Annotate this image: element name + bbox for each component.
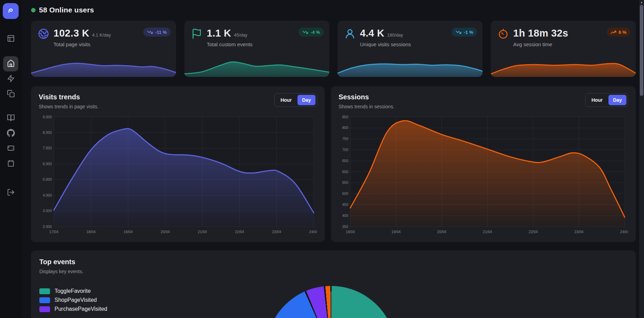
chart-subtitle: Shows trends in sessions. (339, 104, 394, 109)
trend-badge: -11 % (143, 28, 170, 37)
svg-text:650: 650 (342, 159, 348, 163)
day-button[interactable]: Day (608, 95, 626, 105)
sidebar-item-events[interactable] (3, 71, 18, 87)
top-events-title: Top events (39, 258, 627, 266)
stat-label: Total custom events (207, 41, 253, 47)
app-logo[interactable] (3, 3, 19, 19)
svg-text:21/04: 21/04 (483, 230, 492, 234)
copy-icon (7, 90, 15, 99)
svg-text:21/04: 21/04 (198, 230, 207, 234)
svg-text:22/04: 22/04 (529, 230, 538, 234)
sparkline-chart (491, 57, 636, 77)
scroll-up-arrow[interactable]: ▲ (639, 0, 644, 5)
legend-label: ToggleFavorite (55, 288, 91, 294)
svg-text:3.000: 3.000 (43, 209, 52, 213)
svg-text:400: 400 (342, 213, 348, 218)
stat-card: 102.3 K 4.1 K/day Total page visits -11 … (31, 21, 176, 77)
svg-text:8.000: 8.000 (43, 130, 52, 135)
sessions-card: Sessions Shows trends in sessions. Hour … (331, 86, 636, 242)
wallet-icon (7, 144, 15, 153)
sidebar-item-logout[interactable] (3, 185, 18, 200)
stat-label: Total page visits (53, 41, 111, 47)
stat-value: 102.3 K (53, 28, 89, 39)
svg-text:23/04: 23/04 (272, 230, 281, 234)
stat-label: Avg session time (513, 41, 571, 47)
sidebar (0, 0, 21, 318)
stat-label: Unique visits sessions (360, 41, 411, 47)
day-button[interactable]: Day (297, 95, 315, 105)
stat-card: 4.4 K 180/day Unique visits sessions -1 … (338, 21, 482, 77)
scrollbar-thumb[interactable] (640, 5, 643, 96)
legend-label: PurchasePageVisited (55, 306, 107, 312)
visits-trends-card: Visits trends Shows trends in page visit… (31, 86, 325, 242)
sidebar-item-home[interactable] (3, 56, 18, 71)
hour-day-toggle: Hour Day (585, 93, 628, 107)
top-events-subtitle: Displays key events. (39, 269, 627, 274)
online-status-dot (31, 8, 36, 12)
sidebar-item-github[interactable] (3, 126, 18, 141)
svg-text:23/04: 23/04 (574, 230, 583, 234)
stat-per-day: 4.1 K/day (92, 32, 111, 38)
legend-swatch (39, 306, 50, 312)
sidebar-item-pages[interactable] (3, 87, 18, 102)
online-users-header: 58 Online users (31, 5, 636, 15)
svg-text:850: 850 (342, 115, 348, 119)
legend-label: ShopPageVisited (55, 297, 97, 303)
sidebar-item-panels[interactable] (3, 31, 18, 47)
stat-value: 1h 18m 32s (513, 28, 568, 39)
logo-icon (6, 6, 15, 16)
hour-button[interactable]: Hour (276, 95, 296, 105)
sparkline-chart (184, 57, 329, 77)
logout-icon (7, 188, 15, 197)
chart-title: Visits trends (39, 93, 99, 101)
svg-text:18/04: 18/04 (86, 230, 95, 234)
hour-button[interactable]: Hour (587, 95, 607, 105)
trend-badge-value: -11 % (155, 30, 167, 35)
svg-text:4.000: 4.000 (43, 193, 52, 197)
top-events-card: Top events Displays key events. ToggleFa… (31, 250, 636, 318)
visits-area-chart: 17/0418/0419/0420/0421/0422/0423/0424/04… (39, 114, 317, 236)
svg-text:350: 350 (342, 225, 348, 229)
svg-text:20/04: 20/04 (161, 230, 170, 234)
main-content: 58 Online users 102.3 K 4.1 K/day Total … (21, 0, 644, 318)
svg-text:450: 450 (342, 202, 348, 207)
panels-icon (7, 34, 15, 43)
hour-day-toggle: Hour Day (274, 93, 317, 107)
zap-icon (7, 74, 15, 83)
svg-text:19/04: 19/04 (124, 230, 133, 234)
trend-badge-value: -1 % (464, 30, 473, 35)
trend-badge-value: -4 % (311, 30, 320, 35)
svg-text:7.000: 7.000 (43, 146, 52, 150)
chart-title: Sessions (339, 93, 394, 101)
sidebar-item-wallet[interactable] (3, 141, 18, 156)
globe-icon (38, 28, 49, 39)
sidebar-item-calendar[interactable] (3, 156, 18, 171)
book-icon (7, 114, 15, 123)
stat-card: 1.1 K 45/day Total custom events -4 % (184, 21, 329, 77)
stat-value: 1.1 K (207, 28, 231, 39)
github-icon (7, 129, 15, 138)
trend-badge: 6 % (607, 28, 630, 37)
stat-per-day: 45/day (234, 32, 247, 38)
svg-text:750: 750 (342, 137, 348, 141)
svg-text:600: 600 (342, 170, 348, 174)
svg-text:24/04: 24/04 (620, 230, 628, 234)
trend-down-icon (302, 29, 308, 35)
svg-text:22/04: 22/04 (235, 230, 244, 234)
trend-badge: -4 % (299, 28, 324, 37)
legend-swatch (39, 288, 50, 294)
page-title: 58 Online users (39, 6, 94, 14)
charts-row: Visits trends Shows trends in page visit… (31, 86, 636, 242)
stat-card: 1h 18m 32s Avg session time 6 % (491, 21, 636, 77)
stat-value: 4.4 K (360, 28, 384, 39)
sidebar-item-docs[interactable] (3, 111, 18, 126)
flag-icon (191, 28, 202, 39)
svg-text:19/04: 19/04 (391, 230, 400, 234)
svg-text:2.000: 2.000 (43, 225, 52, 229)
scrollbar[interactable]: ▲ (639, 0, 644, 318)
calendar-icon (7, 159, 15, 168)
svg-text:17/04: 17/04 (49, 230, 58, 234)
legend-swatch (39, 297, 50, 303)
svg-text:5.000: 5.000 (43, 177, 52, 181)
user-icon (344, 28, 355, 39)
